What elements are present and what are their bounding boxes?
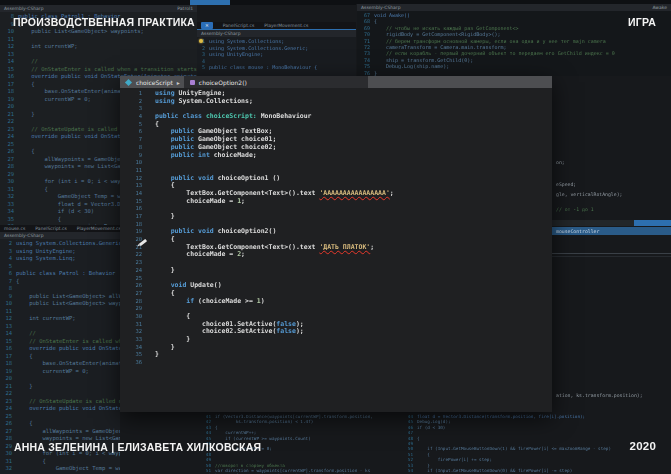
line-number: 31	[120, 321, 142, 329]
code-line: 23	[120, 259, 552, 267]
code-line: 9 public int choiceMade;	[120, 152, 552, 160]
line-number: 18	[120, 221, 142, 229]
line-number: 11	[120, 167, 142, 175]
bg-tab: mouse.cs	[4, 225, 25, 232]
line-number: 13	[120, 182, 142, 190]
bg-tab-bar: mouse.csPanelScript.csPlayerMovement.cs	[0, 225, 120, 232]
code-line: 12 public void choiceOption1 ()	[120, 175, 552, 183]
code-line: 4public class choiceScript: MonoBehaviou…	[120, 113, 552, 121]
breadcrumb-file[interactable]: choiceScript	[136, 79, 173, 86]
code-line: 34 }	[120, 344, 552, 352]
bg-assembly-bar: Assembly-CSharpAwake	[357, 4, 671, 11]
line-number: 2	[120, 98, 142, 106]
line-number: 3	[120, 105, 142, 113]
code-editor-window: choiceScript ▸ choiceOption2() 1using Un…	[120, 76, 552, 412]
method-icon	[190, 80, 195, 85]
breadcrumb-method: choiceOption2()	[199, 79, 247, 86]
code-line: 10	[120, 159, 552, 167]
bg-tab: PlayerMovement.cs	[264, 22, 308, 29]
line-number: 8	[120, 144, 142, 152]
code-line: 36	[120, 359, 552, 367]
line-number: 36	[120, 359, 142, 367]
line-number: 10	[120, 159, 142, 167]
line-number: 23	[120, 259, 142, 267]
slide-corner-label: ИГРА	[628, 16, 656, 28]
code-line: 24 }	[120, 267, 552, 275]
bg-strip-right: on;eSpeed;gle, verticalRotAngle);// от -…	[552, 76, 671, 412]
bg-editor-patrol-bottom: mouse.csPanelScript.csPlayerMovement.csA…	[0, 225, 120, 474]
line-number: 9	[120, 152, 142, 160]
line-number: 27	[120, 290, 142, 298]
line-number: 32	[120, 328, 142, 336]
code-line: 16	[120, 205, 552, 213]
breadcrumb-bar: choiceScript ▸ choiceOption2()	[120, 76, 552, 88]
line-number: 25	[120, 275, 142, 283]
line-number: 30	[120, 313, 142, 321]
bg-editor-mouse: ✕PanelScript.csPlayerMovement.csAssembly…	[197, 22, 356, 76]
code-line: 28 if (choiceMade >= 1)	[120, 298, 552, 306]
bg-tab: PanelScript.cs	[223, 22, 254, 29]
line-number: 12	[120, 175, 142, 183]
line-number: 15	[120, 198, 142, 206]
line-number: 22	[120, 251, 142, 259]
slide-authors: АННА ЗЕЛЕНИНА | ЕЛИЗАВЕТА ХИЛКОВСКАЯ	[14, 441, 261, 453]
line-number: 1	[120, 90, 142, 98]
line-number: 19	[120, 228, 142, 236]
bg-assembly-bar: Assembly-CSharpPatrol1	[0, 5, 197, 12]
line-number: 24	[120, 267, 142, 275]
code-line: 33 }	[120, 336, 552, 344]
bg-code: 67void Awake()68{69 // чтобы не искать к…	[357, 11, 671, 76]
lightbulb-icon	[199, 39, 203, 43]
code-line: 15 choiceMade = 1;	[120, 198, 552, 206]
bg-tab: PanelScript.cs	[35, 225, 66, 232]
breadcrumb-method-pill[interactable]: choiceOption2()	[184, 76, 368, 88]
bg-tab: ✕	[201, 22, 213, 29]
bg-tab: PlayerMovement.cs	[77, 225, 120, 232]
slide-title: ПРОИЗВОДСТВЕННАЯ ПРАКТИКА	[13, 16, 195, 28]
line-number: 34	[120, 344, 142, 352]
line-number: 28	[120, 298, 142, 306]
line-number: 6	[120, 128, 142, 136]
line-number: 14	[120, 190, 142, 198]
bg-code: 2using System.Collections.Generic;3using…	[0, 239, 120, 473]
code-line: 19 public void choiceOption2()	[120, 228, 552, 236]
bg-assembly-bar: Assembly-CSharp	[0, 232, 120, 239]
line-number: 7	[120, 136, 142, 144]
bg-assembly-bar: Assembly-CSharp	[197, 30, 356, 37]
breadcrumb-separator-icon: ▸	[177, 79, 180, 86]
line-number: 4	[120, 113, 142, 121]
line-number: 17	[120, 213, 142, 221]
code-line: 2using System.Collections;	[120, 98, 552, 106]
bg-tab-bar: ✕PanelScript.csPlayerMovement.cs	[197, 22, 356, 30]
code-line: 22 choiceMade = 2;	[120, 251, 552, 259]
line-number: 5	[120, 121, 142, 129]
line-number: 29	[120, 305, 142, 313]
slide: Assembly-CSharpPatrol18public class Patr…	[0, 0, 671, 474]
line-number: 35	[120, 351, 142, 359]
bg-code: 1using System.Collections;2using System.…	[197, 37, 356, 71]
code-line: 17 }	[120, 213, 552, 221]
code-line: 26 void Update()	[120, 282, 552, 290]
slide-year: 2020	[630, 440, 656, 452]
code-area[interactable]: 1using UnityEngine;2using System.Collect…	[120, 88, 552, 414]
bg-editor-awake: Assembly-CSharpAwake67void Awake()68{69 …	[357, 4, 671, 76]
line-number: 26	[120, 282, 142, 290]
line-number: 16	[120, 205, 142, 213]
line-number: 33	[120, 336, 142, 344]
csharp-script-icon	[125, 78, 132, 85]
code-line: 35}	[120, 351, 552, 359]
